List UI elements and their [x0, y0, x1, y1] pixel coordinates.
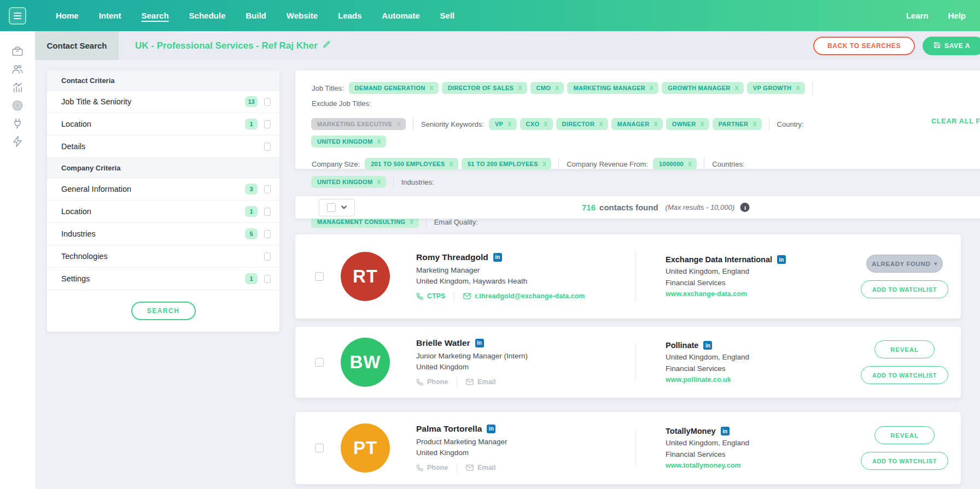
chip-remove-icon[interactable]: X [700, 121, 704, 127]
filter-chip[interactable]: VPX [489, 118, 517, 130]
add-to-watchlist-button[interactable]: ADD TO WATCHLIST [861, 366, 948, 384]
filter-chip[interactable]: UNITED KINGDOMX [311, 135, 386, 148]
chip-remove-icon[interactable]: X [654, 121, 657, 127]
filter-chip[interactable]: 1000000X [653, 158, 697, 170]
chip-remove-icon[interactable]: X [518, 85, 522, 91]
contact-checkbox[interactable] [315, 358, 324, 367]
contact-search-tab[interactable]: Contact Search [35, 31, 119, 60]
nav-item-help[interactable]: Help [948, 11, 966, 20]
chip-remove-icon[interactable]: X [410, 219, 413, 225]
filter-chip[interactable]: DEMAND GENERATIONX [349, 82, 439, 94]
criteria-row-square-icon[interactable] [264, 230, 271, 238]
criteria-row-square-icon[interactable] [264, 143, 271, 151]
reveal-button[interactable]: REVEAL [874, 340, 935, 358]
criteria-row[interactable]: Location1 [47, 201, 279, 223]
criteria-row-square-icon[interactable] [264, 98, 271, 106]
chip-remove-icon[interactable]: X [796, 85, 800, 91]
select-all-dropdown[interactable] [319, 199, 355, 216]
phone-status[interactable]: CTPS [427, 292, 445, 300]
people-icon[interactable] [11, 63, 24, 76]
nav-item-sell[interactable]: Sell [440, 11, 455, 20]
chip-remove-icon[interactable]: X [544, 121, 547, 127]
filter-chip[interactable]: VP GROWTHX [747, 82, 805, 94]
chip-remove-icon[interactable]: X [542, 161, 546, 167]
chip-remove-icon[interactable]: X [429, 85, 433, 91]
add-to-watchlist-button[interactable]: ADD TO WATCHLIST [861, 280, 948, 298]
chip-remove-icon[interactable]: X [555, 85, 559, 91]
company-website-link[interactable]: www.exchange-data.com [666, 290, 830, 298]
filter-chip[interactable]: 201 TO 500 EMPLOYEESX [365, 158, 458, 170]
nav-item-learn[interactable]: Learn [906, 11, 929, 20]
criteria-row[interactable]: Details [47, 135, 279, 158]
criteria-row-square-icon[interactable] [264, 252, 271, 261]
filter-chip[interactable]: MARKETING MANAGERX [567, 82, 658, 94]
linkedin-icon[interactable]: in [721, 427, 730, 435]
criteria-row[interactable]: Location1 [47, 113, 279, 135]
linkedin-icon[interactable]: in [777, 255, 786, 264]
chip-remove-icon[interactable]: X [450, 161, 453, 167]
add-to-watchlist-button[interactable]: ADD TO WATCHLIST [861, 452, 948, 470]
linkedin-icon[interactable]: in [475, 339, 484, 347]
info-icon[interactable]: i [740, 203, 750, 212]
linkedin-icon[interactable]: in [487, 425, 495, 433]
criteria-row-square-icon[interactable] [264, 208, 271, 216]
clear-all-filters-button[interactable]: CLEAR ALL FILTERS [931, 117, 980, 125]
edit-pencil-icon[interactable] [323, 40, 331, 51]
filter-chip[interactable]: UNITED KINGDOMX [311, 176, 386, 188]
chip-remove-icon[interactable]: X [508, 121, 511, 127]
nav-item-home[interactable]: Home [56, 11, 79, 20]
linkedin-icon[interactable]: in [493, 253, 502, 262]
nav-item-automate[interactable]: Automate [382, 11, 419, 20]
linkedin-icon[interactable]: in [703, 341, 712, 350]
company-website-link[interactable]: www.pollinate.co.uk [666, 376, 830, 384]
criteria-row[interactable]: Industries5 [47, 223, 279, 245]
nav-item-website[interactable]: Website [287, 11, 318, 20]
criteria-row[interactable]: Job Title & Seniority13 [47, 91, 279, 113]
chip-remove-icon[interactable]: X [397, 121, 401, 127]
reveal-button[interactable]: REVEAL [874, 426, 935, 444]
chip-remove-icon[interactable]: X [650, 85, 654, 91]
chip-remove-icon[interactable]: X [735, 85, 739, 91]
target-icon[interactable] [11, 99, 24, 112]
filter-chip[interactable]: MARKETING EXECUTIVEX [311, 118, 406, 130]
bolt-icon[interactable] [11, 135, 24, 148]
filter-chip[interactable]: CXOX [520, 118, 553, 130]
chip-remove-icon[interactable]: X [377, 138, 381, 145]
filter-chip[interactable]: DIRECTORX [556, 118, 608, 130]
briefcase-icon[interactable] [11, 45, 24, 58]
criteria-row[interactable]: Settings1 [47, 268, 279, 290]
plug-icon[interactable] [11, 117, 24, 130]
back-to-searches-button[interactable]: BACK TO SEARCHES [813, 37, 915, 55]
criteria-row-square-icon[interactable] [264, 275, 271, 283]
nav-item-build[interactable]: Build [246, 11, 266, 20]
chip-remove-icon[interactable]: X [688, 161, 692, 167]
save-button[interactable]: SAVE A [923, 37, 980, 55]
chip-remove-icon[interactable]: X [599, 121, 603, 127]
criteria-row-square-icon[interactable] [264, 185, 271, 193]
nav-item-schedule[interactable]: Schedule [189, 11, 226, 20]
chart-icon[interactable] [11, 81, 24, 94]
nav-item-intent[interactable]: Intent [99, 11, 121, 20]
chip-remove-icon[interactable]: X [377, 179, 381, 185]
nav-item-leads[interactable]: Leads [338, 11, 361, 20]
filter-chip[interactable]: DIRECTOR OF SALESX [442, 82, 527, 94]
criteria-row[interactable]: General Information3 [47, 178, 279, 201]
criteria-row[interactable]: Technologies [47, 245, 279, 268]
chip-remove-icon[interactable]: X [752, 121, 756, 127]
contact-checkbox[interactable] [315, 444, 324, 452]
criteria-row-square-icon[interactable] [264, 120, 271, 128]
filter-chip[interactable]: PARTNERX [713, 118, 762, 130]
email-address[interactable]: r.threadgold@exchange-data.com [475, 292, 585, 300]
contact-checkbox[interactable] [315, 272, 324, 281]
select-all-checkbox[interactable] [327, 203, 336, 212]
filter-chip[interactable]: MANAGERX [611, 118, 663, 130]
hamburger-menu-icon[interactable] [9, 7, 26, 25]
search-button[interactable]: SEARCH [131, 302, 196, 320]
nav-item-search[interactable]: Search [142, 11, 169, 20]
filter-chip[interactable]: GROWTH MANAGERX [662, 82, 744, 94]
filter-chip[interactable]: OWNERX [666, 118, 709, 130]
company-website-link[interactable]: www.totallymoney.com [666, 462, 830, 469]
already-found-button[interactable]: ALREADY FOUND▾ [866, 255, 943, 273]
filter-chip[interactable]: CMOX [530, 82, 564, 94]
filter-chip[interactable]: 51 TO 200 EMPLOYEESX [462, 158, 551, 170]
